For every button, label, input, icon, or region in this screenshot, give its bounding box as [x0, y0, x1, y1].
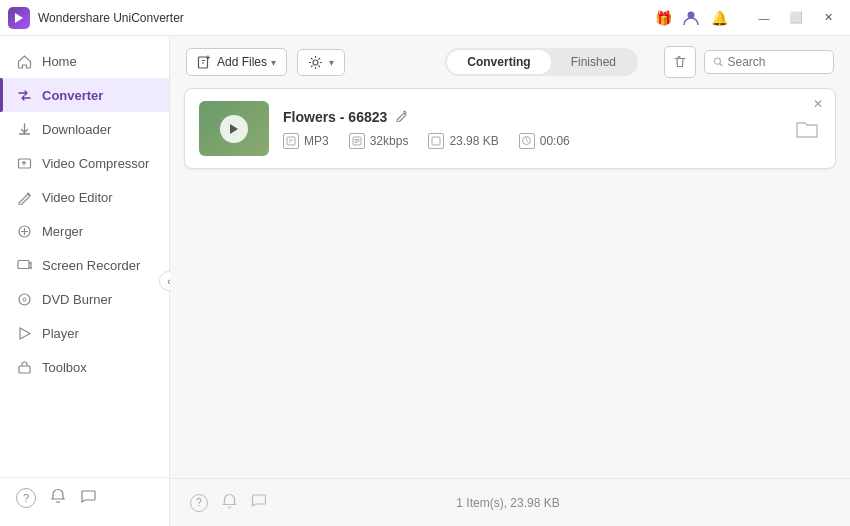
- player-icon: [16, 325, 32, 341]
- meta-bitrate-value: 32kbps: [370, 134, 409, 148]
- tab-bar: Converting Finished: [445, 48, 638, 76]
- toolbar: Add Files ▾ ▾ Converting Finished: [170, 36, 850, 88]
- duration-icon: [519, 133, 535, 149]
- sidebar-bottom: ?: [0, 477, 169, 518]
- sidebar-item-player-label: Player: [42, 326, 79, 341]
- sidebar-item-video-compressor[interactable]: Video Compressor: [0, 146, 169, 180]
- file-thumbnail[interactable]: [199, 101, 269, 156]
- meta-size: 23.98 KB: [428, 133, 498, 149]
- sidebar-item-dvd-burner[interactable]: DVD Burner: [0, 282, 169, 316]
- sidebar-item-merger-label: Merger: [42, 224, 83, 239]
- svg-rect-8: [19, 366, 30, 373]
- screen-recorder-icon: [16, 257, 32, 273]
- svg-rect-15: [432, 137, 440, 145]
- sidebar-item-toolbox-label: Toolbox: [42, 360, 87, 375]
- bottom-bell-icon[interactable]: [222, 493, 237, 513]
- svg-point-5: [19, 294, 30, 305]
- sidebar-item-converter[interactable]: Converter: [0, 78, 169, 112]
- open-folder-icon[interactable]: [793, 115, 821, 143]
- title-bar: Wondershare UniConverter 🎁 🔔 — ⬜ ✕: [0, 0, 850, 36]
- bottom-status: 1 Item(s), 23.98 KB: [456, 496, 559, 510]
- meta-size-value: 23.98 KB: [449, 134, 498, 148]
- merger-icon: [16, 223, 32, 239]
- toolbar-right: [664, 46, 834, 78]
- search-bar[interactable]: [704, 50, 834, 74]
- restore-button[interactable]: ⬜: [782, 8, 810, 28]
- format-icon: [283, 133, 299, 149]
- sidebar-item-dvd-burner-label: DVD Burner: [42, 292, 112, 307]
- add-files-button[interactable]: Add Files ▾: [186, 48, 287, 76]
- sidebar-item-video-editor[interactable]: Video Editor: [0, 180, 169, 214]
- svg-marker-0: [15, 13, 23, 23]
- file-card: Flowers - 66823: [184, 88, 836, 169]
- bitrate-icon: [349, 133, 365, 149]
- video-compressor-icon: [16, 155, 32, 171]
- svg-marker-7: [20, 328, 30, 339]
- bell-icon[interactable]: 🔔: [708, 7, 730, 29]
- file-name-row: Flowers - 66823: [283, 109, 779, 125]
- size-icon: [428, 133, 444, 149]
- title-bar-left: Wondershare UniConverter: [8, 7, 184, 29]
- bottom-chat-icon[interactable]: [251, 493, 266, 512]
- sidebar-item-downloader-label: Downloader: [42, 122, 111, 137]
- dvd-burner-icon: [16, 291, 32, 307]
- sidebar-item-toolbox[interactable]: Toolbox: [0, 350, 169, 384]
- help-icon[interactable]: ?: [16, 488, 36, 508]
- bottom-help-icon[interactable]: ?: [190, 494, 208, 512]
- meta-duration: 00:06: [519, 133, 570, 149]
- converter-icon: [16, 87, 32, 103]
- sidebar-item-screen-recorder[interactable]: Screen Recorder: [0, 248, 169, 282]
- home-icon: [16, 53, 32, 69]
- sidebar-item-downloader[interactable]: Downloader: [0, 112, 169, 146]
- svg-rect-4: [18, 260, 29, 268]
- add-files-label: Add Files: [217, 55, 267, 69]
- settings-dropdown-icon: ▾: [329, 57, 334, 68]
- svg-point-10: [313, 60, 318, 65]
- sidebar-item-video-editor-label: Video Editor: [42, 190, 113, 205]
- file-meta: MP3 32kbps: [283, 133, 779, 149]
- sidebar-item-player[interactable]: Player: [0, 316, 169, 350]
- feedback-icon[interactable]: [80, 488, 96, 508]
- toolbox-icon: [16, 359, 32, 375]
- tab-finished[interactable]: Finished: [551, 50, 636, 74]
- gift-icon[interactable]: 🎁: [652, 7, 674, 29]
- sidebar-item-screen-recorder-label: Screen Recorder: [42, 258, 140, 273]
- search-input[interactable]: [727, 55, 825, 69]
- content-area: Add Files ▾ ▾ Converting Finished: [170, 36, 850, 526]
- user-icon[interactable]: [680, 7, 702, 29]
- app-logo: [8, 7, 30, 29]
- sidebar-item-merger[interactable]: Merger: [0, 214, 169, 248]
- play-button[interactable]: [220, 115, 248, 143]
- add-files-dropdown-icon: ▾: [271, 57, 276, 68]
- meta-format-value: MP3: [304, 134, 329, 148]
- bottom-icons: ?: [190, 493, 266, 513]
- window-controls: — ⬜ ✕: [750, 8, 842, 28]
- svg-point-11: [714, 58, 720, 64]
- bottom-bar: ? 1 Item(s), 23.98 KB: [170, 478, 850, 526]
- svg-marker-12: [230, 124, 238, 134]
- file-name: Flowers - 66823: [283, 109, 387, 125]
- tab-converting[interactable]: Converting: [447, 50, 550, 74]
- main-layout: Home Converter Downloader: [0, 36, 850, 526]
- settings-button[interactable]: ▾: [297, 49, 345, 76]
- svg-rect-13: [287, 137, 295, 145]
- video-editor-icon: [16, 189, 32, 205]
- close-card-button[interactable]: ✕: [809, 95, 827, 113]
- close-button[interactable]: ✕: [814, 8, 842, 28]
- minimize-button[interactable]: —: [750, 8, 778, 28]
- file-list: Flowers - 66823: [170, 88, 850, 478]
- meta-format: MP3: [283, 133, 329, 149]
- meta-bitrate: 32kbps: [349, 133, 409, 149]
- delete-button[interactable]: [664, 46, 696, 78]
- sidebar: Home Converter Downloader: [0, 36, 170, 526]
- sidebar-item-home[interactable]: Home: [0, 44, 169, 78]
- sidebar-item-converter-label: Converter: [42, 88, 103, 103]
- notification-icon[interactable]: [50, 488, 66, 508]
- meta-duration-value: 00:06: [540, 134, 570, 148]
- edit-icon[interactable]: [395, 109, 408, 125]
- sidebar-item-video-compressor-label: Video Compressor: [42, 156, 149, 171]
- titlebar-icons: 🎁 🔔: [652, 7, 730, 29]
- sidebar-item-home-label: Home: [42, 54, 77, 69]
- app-title: Wondershare UniConverter: [38, 11, 184, 25]
- downloader-icon: [16, 121, 32, 137]
